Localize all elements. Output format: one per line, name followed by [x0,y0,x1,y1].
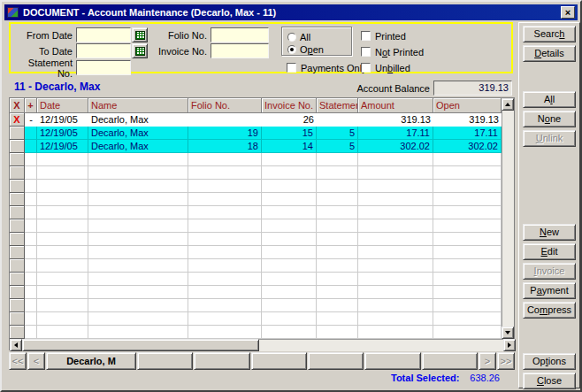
to-date-field-row: To Date [12,43,148,58]
table-row[interactable]: 12/19/05Decarlo, Max1915517.1117.11 [10,127,502,140]
total-selected-label: Total Selected: [391,373,459,383]
cell-invoice [262,286,317,299]
close-icon[interactable]: × [561,6,575,19]
scroll-up-icon[interactable] [502,98,514,111]
column-header-folio[interactable]: Folio No. [188,98,262,113]
close-button[interactable]: Close [523,373,576,389]
invoice-no-input[interactable] [211,43,269,58]
row-select-cell[interactable] [10,166,25,180]
printed-checkbox[interactable] [361,31,371,41]
row-expand-cell[interactable] [25,153,37,166]
row-select-cell[interactable] [10,246,25,259]
all-button[interactable]: All [523,91,576,108]
table-row[interactable]: 12/19/05Decarlo, Max18145302.02302.02 [10,140,502,153]
from-date-input[interactable] [76,27,131,42]
select-button-group: AllNoneUnlink [523,91,576,150]
tab-empty[interactable] [364,352,420,370]
last-account-button[interactable]: >> [497,352,515,370]
statement-no-input[interactable] [76,60,131,75]
unbilled-checkbox[interactable] [361,63,371,73]
scroll-right-icon[interactable] [503,339,516,351]
unlink-button: Unlink [523,130,576,147]
tab-empty[interactable] [308,352,364,370]
open-radio-button[interactable] [287,45,296,54]
none-button[interactable]: None [523,111,576,127]
row-select-cell[interactable] [10,206,25,219]
tab-empty[interactable] [251,352,307,370]
cell-name [88,193,188,206]
row-expand-cell[interactable] [25,219,37,233]
row-select-cell[interactable] [10,219,25,233]
row-expand-cell[interactable] [25,259,37,273]
row-expand-cell[interactable] [25,166,37,180]
column-header-date[interactable]: Date [37,98,88,113]
row-expand-cell[interactable] [25,140,37,153]
next-account-button[interactable]: > [479,352,496,370]
vertical-scrollbar[interactable] [502,98,514,339]
title-bar[interactable]: DOCUMENT - Account Maintenance (Decarlo,… [4,4,578,20]
window-icon [7,7,19,18]
row-expand-cell[interactable] [25,326,37,339]
all-radio-button[interactable] [287,33,296,42]
edit-button[interactable]: Edit [523,243,576,260]
column-header-statement[interactable]: Statement [317,98,358,113]
payment-button[interactable]: Payment [523,282,576,299]
from-date-calendar-button[interactable] [132,27,148,42]
row-select-cell[interactable] [10,127,25,140]
row-expand-cell[interactable] [25,246,37,259]
row-expand-cell[interactable] [25,312,37,326]
row-select-cell[interactable] [10,326,25,339]
row-expand-cell[interactable] [25,233,37,246]
details-button[interactable]: Details [523,45,576,62]
tab-empty[interactable] [422,352,478,370]
scroll-left-icon[interactable] [10,339,22,351]
table-row[interactable]: X-12/19/05Decarlo, Max26319.13319.13 [10,113,502,127]
all-radio[interactable]: All [287,31,310,42]
row-select-cell[interactable]: X [10,113,25,127]
tab-empty[interactable] [137,352,193,370]
cell-open [433,193,502,206]
row-expand-cell[interactable] [25,127,37,140]
cell-name [88,326,188,339]
row-select-cell[interactable] [10,180,25,193]
row-select-cell[interactable] [10,299,25,312]
not-printed-checkbox[interactable] [361,47,371,57]
folio-no-input[interactable] [211,27,269,42]
to-date-input[interactable] [76,43,131,58]
column-header-amount[interactable]: Amount [358,98,433,113]
row-select-cell[interactable] [10,286,25,299]
column-header-expand[interactable]: + [25,98,37,113]
row-expand-cell[interactable] [25,180,37,193]
first-account-button[interactable]: << [9,352,27,370]
row-select-cell[interactable] [10,259,25,273]
row-select-cell[interactable] [10,312,25,326]
row-expand-cell[interactable] [25,273,37,286]
row-select-cell[interactable] [10,153,25,166]
row-expand-cell[interactable] [25,193,37,206]
column-header-open[interactable]: Open [433,98,502,113]
new-button[interactable]: New [523,224,576,241]
search-button[interactable]: Search [523,26,576,42]
compress-button[interactable]: Compress [523,302,576,319]
column-header-name[interactable]: Name [88,98,188,113]
column-header-x[interactable]: X [10,98,25,113]
column-header-invoice[interactable]: Invoice No. [262,98,317,113]
row-select-cell[interactable] [10,193,25,206]
to-date-calendar-button[interactable] [132,43,148,58]
row-expand-cell[interactable]: - [25,113,37,127]
row-expand-cell[interactable] [25,286,37,299]
row-select-cell[interactable] [10,140,25,153]
horizontal-scrollbar[interactable] [10,339,516,351]
open-radio[interactable]: Open [287,43,324,55]
options-button[interactable]: Options [523,353,576,370]
row-select-cell[interactable] [10,273,25,286]
previous-account-button[interactable]: < [27,352,45,370]
row-select-cell[interactable] [10,233,25,246]
scroll-down-icon[interactable] [502,327,514,339]
row-expand-cell[interactable] [25,299,37,312]
payments-only-checkbox[interactable] [287,63,296,73]
horizontal-scroll-thumb[interactable] [22,339,259,351]
tab-empty[interactable] [194,352,249,370]
row-expand-cell[interactable] [25,206,37,219]
tab-decarlo-m[interactable]: Decarlo, M [46,352,136,370]
